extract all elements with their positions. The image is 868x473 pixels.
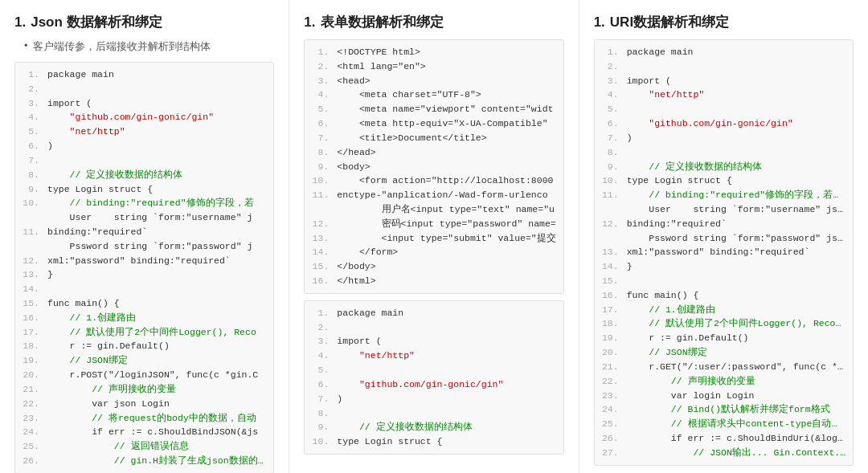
code-line: 19. // JSON绑定: [15, 353, 273, 368]
code-line: 4. "net/http": [595, 88, 853, 102]
code-line: 16.func main() {: [595, 288, 853, 303]
code-line: 23. var login Login: [595, 389, 853, 403]
code-line: 23. // 将request的body中的数据，自动: [15, 411, 273, 426]
code-line: 4. <meta charset="UTF-8">: [305, 88, 563, 102]
code-line: 7.): [595, 131, 853, 145]
code-line: 9. // 定义接收数据的结构体: [595, 160, 853, 174]
code-line: 26. // gin.H封装了生成json数据的工: [15, 454, 273, 468]
section-label-3: URI数据解析和绑定: [610, 13, 729, 31]
code-line: 11.enctype-"anplication/-Wad-form-urlenc…: [305, 188, 563, 202]
code-line: 5.: [305, 363, 563, 377]
bullet-1: •客户端传参，后端接收并解析到结构体: [14, 39, 274, 54]
code-line: 9. // 定义接收数据的结构体: [305, 420, 563, 434]
code-line: 15.</body>: [305, 259, 563, 274]
section-title-2: 1. 表单数据解析和绑定: [304, 13, 563, 31]
code-line: 18. r := gin.Default(): [15, 339, 273, 353]
code-line: Pssword string `form:"password" json:"pa…: [595, 231, 853, 246]
code-line: 用户名<input type="text" name="u: [305, 202, 563, 217]
code-line: 10. <form action="http://localhost:8000: [305, 173, 563, 188]
code-line: 5. "net/http": [15, 124, 273, 139]
code-line: 8.: [305, 406, 563, 421]
section-num-2: 1.: [304, 14, 315, 31]
code-line: 19. r := gin.Default(): [595, 331, 853, 345]
code-line: 10.type Login struct {: [305, 434, 563, 449]
code-line: 3.import (: [15, 96, 273, 111]
section-num-3: 1.: [594, 14, 605, 31]
code-line: Pssword string `form:"password" j: [15, 239, 273, 254]
code-line: 8.: [595, 145, 853, 160]
code-line: 2.: [305, 320, 563, 335]
code-line: 12. 密码<input type="password" name=: [305, 217, 563, 231]
code-block-3: 1.package main 2. 3.import ( 4. "net/htt…: [594, 39, 854, 466]
code-line: 14.: [15, 282, 273, 296]
code-line: 18. // 默认使用了2个中间件Logger(), Recovery(): [595, 316, 853, 331]
code-line: User string `form:"username" json:"user"…: [595, 202, 853, 217]
code-line: 14. </form>: [305, 245, 563, 259]
page-container: 1. Json 数据解析和绑定 •客户端传参，后端接收并解析到结构体 1.pac…: [0, 0, 868, 473]
code-line: 14.}: [595, 259, 853, 274]
code-line: 1.package main: [595, 45, 853, 59]
code-block-2b: 1.package main 2. 3.import ( 4. "net/htt…: [304, 300, 563, 455]
code-line: 15.: [595, 274, 853, 288]
code-line: 10. // binding:"required"修饰的字段，若: [15, 196, 273, 210]
section-num-1: 1.: [14, 14, 26, 31]
code-line: 2.: [15, 82, 273, 96]
code-line: 11. // binding:"required"修饰的字段，若接收为空值，则报…: [595, 188, 853, 202]
code-line: 15.func main() {: [15, 296, 273, 311]
code-line: 16. // 1.创建路由: [15, 311, 273, 325]
code-line: 7. <title>Document</title>: [305, 131, 563, 145]
code-line: 11.binding:"required`: [15, 225, 273, 239]
code-line: 13.xml:"password" binding:"required`: [595, 245, 853, 259]
code-line: 27. // JSON输出... Gin.Context.J...: [595, 446, 853, 460]
code-line: 9.type Login struct {: [15, 182, 273, 197]
code-block-1: 1.package main 2. 3.import ( 4. "github.…: [14, 62, 274, 473]
code-line: 8.</head>: [305, 145, 563, 160]
code-line: 22. // 声明接收的变量: [595, 374, 853, 389]
code-line: 20. r.POST("/loginJSON", func(c *gin.C: [15, 368, 273, 382]
section-label-1: Json 数据解析和绑定: [31, 13, 162, 31]
code-line: 1.package main: [15, 67, 273, 82]
code-line: 3.import (: [305, 334, 563, 349]
code-line: 10.type Login struct {: [595, 173, 853, 188]
code-line: 1.<!DOCTYPE html>: [305, 45, 563, 59]
code-line: 25. // 根据请求头中content-type自动推断: [595, 417, 853, 431]
code-line: 13. <input type="submit" value="提交: [305, 231, 563, 246]
code-line: 9.<body>: [305, 160, 563, 174]
code-line: 4. "net/http": [305, 349, 563, 363]
code-line: 12.binding:"required`: [595, 217, 853, 231]
code-line: 6. <meta http-equiv="X-UA-Compatible": [305, 116, 563, 131]
code-line: 4. "github.com/gin-gonic/gin": [15, 110, 273, 124]
code-line: 6. "github.com/gin-gonic/gin": [595, 116, 853, 131]
code-line: 25. // 返回错误信息: [15, 439, 273, 454]
code-line: 5.: [595, 102, 853, 116]
code-line: 6.): [15, 139, 273, 153]
code-line: 26. if err := c.ShouldBindUri(&login); e…: [595, 431, 853, 446]
code-line: 8. // 定义接收数据的结构体: [15, 168, 273, 182]
column-3: 1. URI数据解析和绑定 1.package main 2. 3.import…: [579, 0, 868, 473]
code-block-2a: 1.<!DOCTYPE html> 2.<html lang="en"> 3.<…: [304, 39, 563, 294]
code-line: 22. var json Login: [15, 397, 273, 411]
code-line: 12.xml:"password" binding:"required`: [15, 254, 273, 268]
code-line: 2.: [595, 59, 853, 74]
code-line: 5. <meta name="viewport" content="widt: [305, 102, 563, 116]
code-line: 24. if err := c.ShouldBindJSON(&js: [15, 425, 273, 439]
column-2: 1. 表单数据解析和绑定 1.<!DOCTYPE html> 2.<html l…: [289, 0, 579, 473]
code-line: 16.</html>: [305, 274, 563, 288]
section-label-2: 表单数据解析和绑定: [321, 13, 444, 31]
code-line: 7.: [15, 153, 273, 168]
code-line: 1.package main: [305, 306, 563, 320]
code-line: 21. // 声明接收的变量: [15, 382, 273, 397]
code-line: 21. r.GET("/:user/:password", func(c *gi…: [595, 360, 853, 374]
code-line: 3.import (: [595, 74, 853, 88]
code-line: 24. // Bind()默认解析并绑定form格式: [595, 402, 853, 417]
code-line: 2.<html lang="en">: [305, 59, 563, 74]
section-title-3: 1. URI数据解析和绑定: [594, 13, 854, 31]
section-title-1: 1. Json 数据解析和绑定: [14, 13, 274, 31]
code-line: 6. "github.com/gin-gonic/gin": [305, 377, 563, 392]
code-line: 17. // 1.创建路由: [595, 303, 853, 317]
column-1: 1. Json 数据解析和绑定 •客户端传参，后端接收并解析到结构体 1.pac…: [0, 0, 289, 473]
code-line: 3.<head>: [305, 74, 563, 88]
code-line: 20. // JSON绑定: [595, 345, 853, 360]
code-line: 13.}: [15, 267, 273, 282]
code-line: 17. // 默认使用了2个中间件Logger(), Reco: [15, 325, 273, 340]
